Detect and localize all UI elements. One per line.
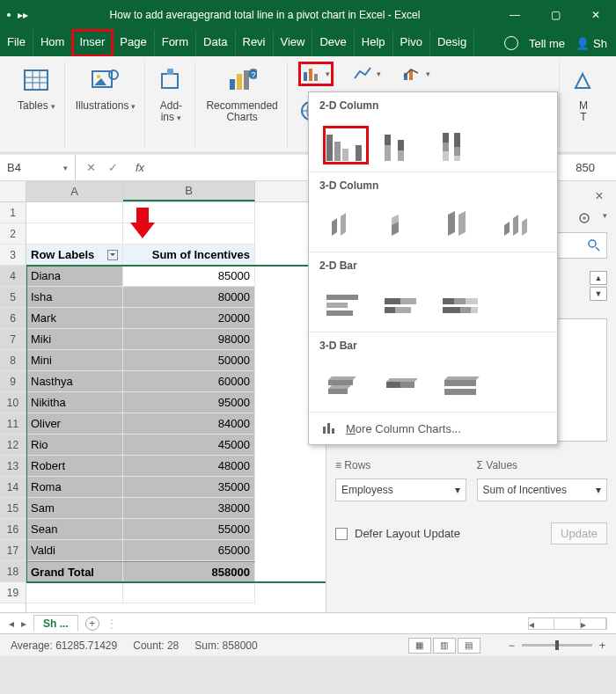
3d-100-stacked-bar-option[interactable] <box>441 368 483 403</box>
tab-design[interactable]: Desig <box>430 30 474 56</box>
cell[interactable]: 85000 <box>123 266 255 287</box>
ribbon-addins[interactable]: Add- ins▾ <box>147 62 195 148</box>
ribbon-more[interactable]: M T <box>559 62 607 148</box>
tab-view[interactable]: View <box>274 30 313 56</box>
row-header[interactable]: 4 <box>0 266 26 287</box>
close-button[interactable]: ✕ <box>576 0 616 30</box>
zoom-slider[interactable] <box>522 644 592 647</box>
3d-100-stacked-column-option[interactable] <box>441 208 483 243</box>
row-header[interactable]: 17 <box>0 540 26 561</box>
row-header[interactable]: 11 <box>0 413 26 435</box>
cell[interactable]: 20000 <box>123 308 255 329</box>
cancel-formula-icon[interactable]: ✕ <box>86 161 96 174</box>
cell[interactable]: 55000 <box>123 519 255 540</box>
row-header[interactable]: 13 <box>0 456 26 477</box>
cell[interactable]: Roma <box>26 477 123 498</box>
update-button[interactable]: Update <box>551 522 607 544</box>
tab-nav-prev[interactable]: ◂ <box>9 617 14 630</box>
ribbon-illustrations[interactable]: Illustrations▾ <box>67 62 146 148</box>
cell[interactable]: Robert <box>26 456 123 477</box>
insert-column-chart-button[interactable]: ▾ <box>300 63 332 84</box>
view-page-break-button[interactable]: ▤ <box>458 638 480 654</box>
row-header[interactable]: 6 <box>0 308 26 329</box>
row-header[interactable]: 5 <box>0 287 26 308</box>
cell[interactable]: 38000 <box>123 498 255 519</box>
view-page-layout-button[interactable]: ▥ <box>433 638 456 654</box>
tab-page[interactable]: Page <box>113 30 154 56</box>
row-header[interactable]: 1 <box>0 202 26 223</box>
insert-combo-chart-button[interactable]: ▾ <box>402 66 430 82</box>
cell[interactable]: Mini <box>26 350 123 371</box>
cell[interactable]: Oliver <box>26 413 123 435</box>
stacked-bar-option[interactable] <box>383 288 425 323</box>
stacked-column-option[interactable] <box>383 128 425 163</box>
cell[interactable]: Valdi <box>26 540 123 561</box>
row-header[interactable]: 12 <box>0 435 26 456</box>
cell[interactable]: Nasthya <box>26 371 123 392</box>
tab-home[interactable]: Hom <box>33 30 72 56</box>
cell[interactable]: 35000 <box>123 477 255 498</box>
scroll-down-button[interactable]: ▼ <box>590 287 607 301</box>
col-header-b[interactable]: B <box>123 181 255 201</box>
cell[interactable]: 858000 <box>123 561 255 582</box>
row-header[interactable]: 8 <box>0 350 26 371</box>
tab-insert[interactable]: Inser <box>72 30 113 56</box>
3d-clustered-column-option[interactable] <box>325 208 367 243</box>
3d-clustered-bar-option[interactable] <box>325 368 367 403</box>
3d-column-option[interactable] <box>499 208 541 243</box>
col-header-a[interactable]: A <box>26 181 123 201</box>
sheet-tab[interactable]: Sh ... <box>33 615 78 632</box>
tab-developer[interactable]: Deve <box>312 30 354 56</box>
rows-field[interactable]: Employess▾ <box>335 478 466 501</box>
100-stacked-column-option[interactable] <box>441 128 483 163</box>
row-header[interactable]: 14 <box>0 477 26 498</box>
cell[interactable]: Grand Total <box>26 561 123 582</box>
cell[interactable]: 84000 <box>123 413 255 435</box>
row-header[interactable]: 10 <box>0 392 26 413</box>
new-sheet-button[interactable]: + <box>85 617 99 631</box>
clustered-bar-option[interactable] <box>325 288 367 323</box>
filter-dropdown-icon[interactable] <box>107 250 118 260</box>
cell[interactable]: 50000 <box>123 350 255 371</box>
cell[interactable]: 80000 <box>123 287 255 308</box>
3d-stacked-bar-option[interactable] <box>383 368 425 403</box>
cell[interactable]: 48000 <box>123 456 255 477</box>
tab-formulas[interactable]: Form <box>155 30 196 56</box>
horizontal-scrollbar[interactable]: ◂▸ <box>528 617 607 630</box>
more-column-charts[interactable]: More Column Charts... <box>309 412 557 444</box>
tab-data[interactable]: Data <box>196 30 235 56</box>
100-stacked-bar-option[interactable] <box>441 288 483 323</box>
row-header[interactable]: 9 <box>0 371 26 392</box>
enter-formula-icon[interactable]: ✓ <box>108 161 118 174</box>
cell[interactable]: 65000 <box>123 540 255 561</box>
cell[interactable]: 98000 <box>123 329 255 350</box>
cell[interactable]: Mark <box>26 308 123 329</box>
fx-icon[interactable]: fx <box>136 161 144 174</box>
values-field[interactable]: Sum of Incentives▾ <box>477 478 608 501</box>
cell[interactable]: 45000 <box>123 435 255 456</box>
ribbon-recommended-charts[interactable]: ? Recommended Charts <box>197 62 287 148</box>
pivot-row-labels-header[interactable]: Row Labels <box>26 245 123 266</box>
row-header[interactable]: 7 <box>0 329 26 350</box>
row-header[interactable]: 19 <box>0 582 26 603</box>
tell-me[interactable]: Tell me <box>529 37 565 50</box>
zoom-in-button[interactable]: + <box>599 639 605 652</box>
cell[interactable]: Rio <box>26 435 123 456</box>
share-button[interactable]: 👤Sh <box>576 37 607 50</box>
clustered-column-option[interactable] <box>325 128 367 163</box>
defer-checkbox[interactable] <box>335 528 348 540</box>
3d-stacked-column-option[interactable] <box>383 208 425 243</box>
row-header[interactable]: 16 <box>0 519 26 540</box>
tab-help[interactable]: Help <box>355 30 393 56</box>
tab-pivot[interactable]: Pivo <box>393 30 430 56</box>
gear-caret-icon[interactable]: ▾ <box>603 211 607 225</box>
pane-close-icon[interactable]: × <box>591 188 607 204</box>
minimize-button[interactable]: — <box>495 0 535 30</box>
tab-nav-next[interactable]: ▸ <box>21 617 26 630</box>
cell[interactable]: Sam <box>26 498 123 519</box>
view-normal-button[interactable]: ▦ <box>408 638 431 654</box>
scroll-up-button[interactable]: ▲ <box>590 271 607 285</box>
zoom-out-button[interactable]: − <box>509 639 515 652</box>
cell[interactable]: Sean <box>26 519 123 540</box>
cell[interactable]: 60000 <box>123 371 255 392</box>
